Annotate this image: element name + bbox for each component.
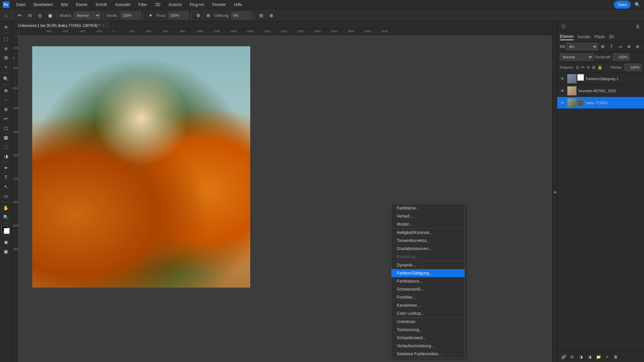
airbrush-btn[interactable]: ✦ — [147, 11, 155, 19]
pen-tool[interactable]: ✒ — [2, 164, 10, 172]
link-layers-btn[interactable]: 🔗 — [560, 353, 567, 361]
history-brush[interactable]: ↩ — [2, 114, 10, 123]
clone-tool[interactable]: ⊗ — [2, 105, 10, 114]
eraser-tool[interactable]: ◻ — [2, 124, 10, 132]
menu-datei[interactable]: Datei — [15, 2, 27, 8]
menu-3d[interactable]: 3D — [154, 2, 162, 8]
background-color[interactable] — [4, 228, 10, 234]
art-icon5[interactable]: ⊗ — [634, 43, 641, 50]
art-icon3[interactable]: ▭ — [616, 43, 624, 50]
search-button[interactable]: 🔍 — [633, 1, 641, 9]
helligkeit-item[interactable]: Helligkeit/Kontrast... — [391, 229, 465, 237]
tab-3d[interactable]: 3D — [609, 34, 614, 40]
schwellenwert-item[interactable]: Schwellenwert... — [391, 334, 465, 342]
lock-artboard-icon[interactable]: ⊞ — [592, 65, 595, 70]
deckkraft-input[interactable] — [121, 12, 141, 19]
menu-hilfe[interactable]: Hilfe — [233, 2, 244, 8]
path-select[interactable]: ↖ — [2, 182, 10, 191]
menu-auswahl[interactable]: Auswahl — [114, 2, 131, 8]
share-button[interactable]: Teilen — [614, 1, 631, 9]
lock-move-icon[interactable]: ✛ — [587, 65, 590, 70]
fotofilter-item[interactable]: Fotofilter... — [391, 293, 465, 301]
tontrennung-item[interactable]: Tontrennung... — [391, 326, 465, 334]
deckkraft-input[interactable] — [613, 53, 630, 61]
tab-kanaele[interactable]: Kanäle — [578, 34, 590, 40]
settings-btn[interactable]: ⚙ — [194, 11, 202, 19]
marquee-tool[interactable]: ⬚ — [2, 35, 10, 43]
brush-tool[interactable]: ✏ — [2, 96, 10, 104]
color-lookup-item[interactable]: Color Lookup... — [391, 309, 465, 317]
flache-input[interactable] — [625, 64, 641, 71]
menu-bearbeiten[interactable]: Bearbeiten — [32, 2, 54, 8]
schwarzweiss-item[interactable]: Schwarzweiß... — [391, 285, 465, 293]
art-select[interactable]: Art — [566, 43, 598, 50]
crop-tool[interactable]: ⌗ — [2, 63, 10, 71]
art-icon4[interactable]: ⊕ — [625, 43, 633, 50]
gradation-item[interactable]: Gradationskurven... — [391, 245, 465, 253]
info-btn[interactable]: ⓘ — [560, 23, 567, 31]
tool-size[interactable]: 93 — [26, 11, 34, 19]
layer-visibility-icon[interactable]: 👁 — [560, 88, 565, 94]
lock-all-icon[interactable]: 🔒 — [597, 65, 602, 70]
angle-btn[interactable]: ⊗ — [267, 11, 275, 19]
symmetry-btn[interactable]: ⊕ — [204, 11, 212, 19]
screen-mode[interactable]: ▣ — [2, 247, 10, 256]
farbbalance-item[interactable]: Farbbalance... — [391, 277, 465, 285]
layer-visibility-icon[interactable]: 👁 — [560, 76, 565, 81]
tonwert-item[interactable]: Tonwertkorrektur... — [391, 237, 465, 245]
shape-tool[interactable]: ▭ — [2, 192, 10, 200]
verlaufsumsetzung-item[interactable]: Verlaufsumsetzung... — [391, 342, 465, 350]
gradient-tool[interactable]: ▦ — [2, 133, 10, 142]
quick-mask[interactable]: ◉ — [2, 238, 10, 246]
verlauf-item[interactable]: Verlauf... — [391, 212, 465, 220]
add-group-btn[interactable]: 📁 — [595, 353, 602, 361]
tool-home[interactable]: ⌂ — [2, 11, 10, 19]
eyedropper-tool[interactable]: 🔍 — [2, 74, 10, 83]
menu-schrift[interactable]: Schrift — [94, 2, 108, 8]
lasso-tool[interactable]: ⌀ — [2, 44, 10, 53]
mode-select[interactable]: Normal — [74, 12, 101, 19]
add-adjustment-btn[interactable]: ◑ — [586, 353, 593, 361]
art-icon1[interactable]: ⊞ — [599, 43, 606, 50]
tab-ebenen[interactable]: Ebenen — [560, 34, 574, 40]
delete-layer-btn[interactable]: 🗑 — [612, 353, 620, 361]
tab-close[interactable]: × — [102, 23, 104, 27]
tool-type[interactable]: ▣ — [46, 11, 54, 19]
menu-ebene[interactable]: Ebene — [74, 2, 89, 8]
object-select[interactable]: ⊞ — [2, 53, 10, 62]
add-layer-btn[interactable]: + — [603, 353, 611, 361]
panel-settings-btn[interactable]: ☰ — [634, 23, 641, 31]
dynamik-item[interactable]: Dynamik... — [391, 261, 465, 269]
layer-item[interactable]: 👁 Farbton/Sättigung 1 — [557, 73, 644, 85]
right-collapse-handle[interactable]: ◀ — [552, 21, 557, 362]
farbton-item[interactable]: Farbton/Sättigung... — [391, 269, 465, 277]
selektive-item[interactable]: Selektive Farbkorrektur... — [391, 350, 465, 358]
art-icon2[interactable]: T — [608, 43, 615, 50]
menu-fenster[interactable]: Fenster — [211, 2, 227, 8]
blur-tool[interactable]: ◌ — [2, 142, 10, 151]
menu-plugins[interactable]: Plug-ins — [189, 2, 206, 8]
menu-filter[interactable]: Filter — [137, 2, 149, 8]
move-tool[interactable]: ✛ — [2, 23, 10, 32]
kanalmixer-item[interactable]: Kanalmixer... — [391, 301, 465, 309]
lock-transparent-icon[interactable]: ⊡ — [576, 65, 579, 70]
layer-item-active[interactable]: 👁 baby-772453 — [557, 97, 644, 109]
type-tool[interactable]: T — [2, 173, 10, 182]
fluss-input[interactable] — [168, 12, 189, 19]
document-tab[interactable]: Unbenannt-1 bei 30,6% (baby-772453, CMYK… — [15, 21, 108, 29]
lock-brush-icon[interactable]: ✏ — [581, 65, 585, 70]
farbflache-item[interactable]: Farbfläche... — [391, 204, 465, 212]
tool-brush[interactable]: ✏ — [16, 11, 24, 19]
umkehren-item[interactable]: Umkehren — [391, 318, 465, 326]
tool-hardness[interactable]: ◎ — [36, 11, 44, 19]
add-mask-btn[interactable]: ◑ — [577, 353, 585, 361]
blend-mode-select[interactable]: Normal — [560, 53, 593, 61]
add-style-btn[interactable]: fx — [569, 353, 576, 361]
glattung-input[interactable] — [231, 12, 252, 19]
layer-visibility-icon[interactable]: 👁 — [560, 100, 565, 106]
tab-pfade[interactable]: Pfade — [594, 34, 605, 40]
heal-tool[interactable]: ⊕ — [2, 86, 10, 95]
hand-tool[interactable]: ✋ — [2, 203, 10, 212]
layer-item[interactable]: 👁 brunette-487061_1920 — [557, 85, 644, 97]
menu-ansicht[interactable]: Ansicht — [167, 2, 183, 8]
